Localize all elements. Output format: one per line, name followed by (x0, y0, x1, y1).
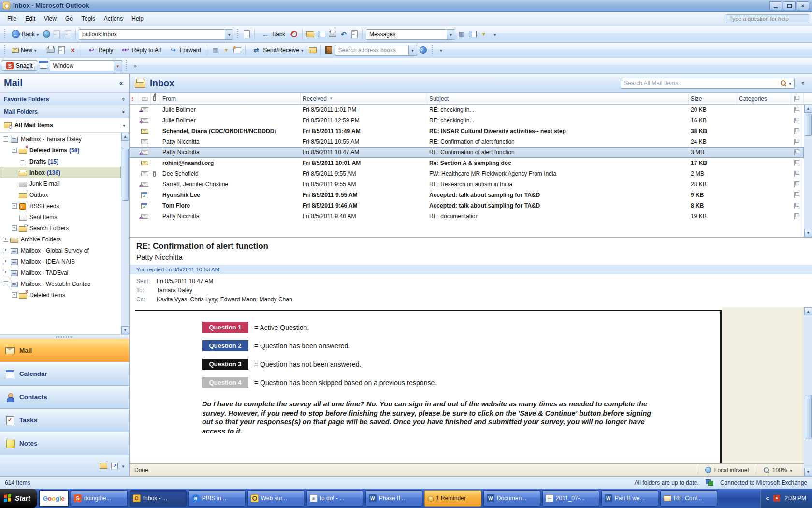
message-row[interactable]: rohini@naandi.orgFri 8/5/2011 10:01 AMRe… (130, 158, 804, 168)
scroll-down-button[interactable]: ▼ (121, 326, 129, 334)
taskbar-button[interactable]: Documen... (483, 490, 540, 507)
menu-actions[interactable]: Actions (100, 14, 127, 24)
folder-item[interactable]: +Archive Folders (0, 234, 121, 245)
message-row[interactable]: Hyunshik LeeFri 8/5/2011 9:55 AMAccepted… (130, 190, 804, 200)
scroll-down-button[interactable]: ▼ (804, 468, 812, 476)
expander-icon[interactable]: + (3, 259, 8, 264)
expander-icon[interactable]: + (12, 148, 17, 153)
flag-cell[interactable] (791, 117, 804, 124)
size-column-header[interactable]: Size (689, 93, 737, 104)
snagit-profile-select[interactable]: Window (50, 60, 122, 71)
taskbar-button[interactable]: Web sur... (247, 490, 304, 507)
reply-button[interactable]: Reply (84, 45, 116, 56)
sidebar-item-notes[interactable]: Notes (0, 432, 129, 455)
folder-item[interactable]: Inbox(136) (0, 167, 121, 178)
folder-tree-scrollbar[interactable]: ▲ ▼ (121, 133, 129, 334)
search-input[interactable]: Search All Mail Items (621, 78, 795, 89)
folder-item[interactable]: +Search Folders (0, 223, 121, 234)
taskbar-button[interactable]: 1 Reminder (424, 490, 481, 507)
scroll-up-button[interactable]: ▲ (121, 133, 129, 141)
scroll-thumb[interactable] (122, 149, 129, 201)
current-view-select[interactable]: Messages (366, 29, 455, 40)
folder-item[interactable]: +Mailbox - TADEval (0, 267, 121, 278)
toolbar-options-button[interactable] (490, 30, 500, 39)
reading-pane-scrollbar[interactable]: ▲ ▼ (804, 307, 812, 476)
pane-splitter[interactable] (0, 334, 129, 339)
toolbar-grip[interactable] (4, 29, 5, 39)
toolbar-options-button[interactable] (436, 45, 446, 55)
reply-all-button[interactable]: Reply to All (117, 45, 164, 56)
message-row[interactable]: Tom FioreFri 8/5/2011 9:46 AMAccepted: t… (130, 200, 804, 211)
attachment-column-header[interactable] (151, 93, 160, 104)
flag-cell[interactable] (791, 181, 804, 188)
expander-icon[interactable]: + (12, 292, 17, 298)
close-button[interactable]: × (797, 1, 809, 10)
flag-cell[interactable] (791, 192, 804, 198)
tray-notification-icon[interactable] (773, 495, 780, 502)
maximize-button[interactable] (783, 1, 796, 10)
icon-column-header[interactable] (139, 93, 151, 104)
categories-column-header[interactable]: Categories (737, 93, 791, 104)
message-row[interactable]: ↩Patty NicchittaFri 8/5/2011 10:47 AMRE:… (130, 147, 804, 158)
sidebar-item-calendar[interactable]: Calendar (0, 362, 129, 385)
delete-icon[interactable] (68, 45, 78, 55)
sidebar-item-mail[interactable]: Mail (0, 339, 129, 362)
search-books-dropdown-button[interactable] (408, 45, 417, 55)
scroll-track[interactable] (121, 141, 129, 326)
expander-icon[interactable]: − (3, 281, 8, 286)
view-dropdown-button[interactable] (447, 30, 455, 39)
snagit-profile-dropdown[interactable] (114, 61, 122, 71)
scroll-thumb[interactable] (805, 114, 812, 136)
message-row[interactable]: Schendel, Diana (CDC/ONDIEH/NCBDDD)Fri 8… (130, 126, 804, 136)
folder-item[interactable]: +Deleted Items (0, 289, 121, 300)
address-dropdown-button[interactable] (225, 30, 233, 39)
flag-cell[interactable] (791, 160, 804, 166)
toolbar-grip[interactable] (4, 45, 5, 55)
configure-buttons-icon[interactable] (122, 463, 124, 469)
received-column-header[interactable]: Received▼ (301, 93, 427, 104)
google-deskbar[interactable]: Google (39, 490, 69, 507)
start-button[interactable]: Start (0, 489, 37, 508)
message-row[interactable]: ↩Julie BollmerFri 8/5/2011 12:59 PMRE: c… (130, 115, 804, 126)
zoom-control[interactable]: 100% (756, 466, 799, 474)
menu-tools[interactable]: Tools (77, 14, 100, 24)
sidebar-item-contacts[interactable]: Contacts (0, 385, 129, 408)
favorite-folders-header[interactable]: Favorite Folders » (0, 93, 129, 105)
toolbar-grip[interactable] (126, 60, 127, 70)
search-icon[interactable] (780, 80, 786, 86)
taskbar-button[interactable]: RE: Conf... (660, 490, 717, 507)
new-button[interactable]: New (9, 46, 40, 55)
advanced-back-button[interactable]: Back (258, 29, 288, 40)
scroll-up-button[interactable]: ▲ (804, 307, 812, 315)
back-button[interactable]: Back (9, 29, 42, 39)
flag-cell[interactable] (791, 138, 804, 145)
folder-item[interactable]: +Mailbox - Global Survey of (0, 245, 121, 256)
expand-search-button[interactable]: « (798, 78, 807, 88)
scroll-track[interactable] (804, 113, 812, 229)
message-row[interactable]: ↩Julie BollmerFri 8/5/2011 1:01 PMRE: ch… (130, 105, 804, 115)
taskbar-button[interactable]: to do! - ... (306, 490, 363, 507)
search-address-books-input[interactable]: Search address books (335, 45, 417, 56)
folder-item[interactable]: +RSS Feeds (0, 200, 121, 211)
taskbar-button[interactable]: doingthe... (71, 490, 128, 507)
menu-go[interactable]: Go (61, 14, 77, 24)
send-receive-button[interactable]: Send/Receive (248, 45, 306, 56)
menu-file[interactable]: File (3, 14, 21, 24)
message-row[interactable]: Dee SchofieldFri 8/5/2011 9:55 AMFW: Hea… (130, 168, 804, 179)
taskbar-button[interactable]: 2011_07-... (542, 490, 599, 507)
folder-item[interactable]: Junk E-mail (0, 178, 121, 189)
junk-filter-icon[interactable] (221, 45, 231, 55)
expander-icon[interactable]: + (3, 270, 8, 275)
scroll-track[interactable] (804, 315, 812, 468)
message-row[interactable]: ↩Patty NicchittaFri 8/5/2011 9:40 AMRE: … (130, 211, 804, 222)
taskbar-button[interactable]: Part B we... (601, 490, 658, 507)
taskbar-button[interactable]: Phase II ... (365, 490, 422, 507)
connection-status[interactable]: Connected to Microsoft Exchange (720, 479, 807, 486)
expander-icon[interactable]: + (3, 237, 8, 242)
flag-column-header[interactable] (791, 93, 804, 104)
rules-icon[interactable] (210, 45, 220, 55)
menu-edit[interactable]: Edit (21, 14, 40, 24)
undo-icon[interactable] (339, 30, 348, 39)
help-question-input[interactable] (726, 14, 809, 23)
expander-icon[interactable]: + (3, 248, 8, 253)
